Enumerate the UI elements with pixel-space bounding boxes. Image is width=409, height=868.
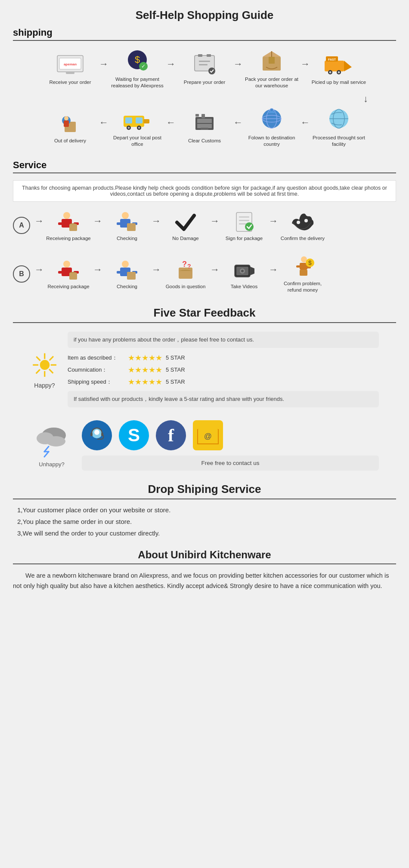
- sa-arrow-1: →: [93, 215, 102, 235]
- service-b-receive-label: Receiving package: [47, 283, 89, 290]
- service-header: Service: [13, 160, 396, 173]
- svg-point-28: [64, 116, 68, 120]
- main-title: Self-Help Shopping Guide: [13, 9, 396, 22]
- feedback-title: Five Star Feedback: [13, 306, 396, 323]
- customs-icon: [189, 109, 220, 135]
- depart-label: Depart your local post office: [109, 135, 165, 148]
- svg-point-66: [245, 222, 254, 231]
- drop-item-2: 2,You place the same order in our store.: [17, 518, 392, 525]
- svg-point-68: [304, 219, 308, 222]
- svg-point-96: [46, 436, 65, 446]
- rating-label-2: Coumnication：: [68, 366, 128, 374]
- svg-rect-73: [69, 273, 77, 280]
- pack-icon: [257, 48, 287, 74]
- service-a-nodamage-icon: [174, 209, 197, 235]
- unhappy-label: Unhappy?: [30, 461, 73, 468]
- svg-text:@: @: [204, 432, 212, 440]
- service-b-video: Take Videos: [220, 258, 268, 290]
- processed-icon: [324, 106, 354, 132]
- svg-rect-12: [199, 64, 208, 65]
- svg-rect-65: [239, 223, 247, 225]
- svg-rect-41: [201, 114, 205, 118]
- service-a-check: Checking: [103, 209, 151, 242]
- service-b-receive: Receiving package: [45, 258, 92, 290]
- feedback-happy-row: ☀ Happy? if you have any problems about …: [13, 332, 396, 407]
- svg-rect-78: [127, 272, 136, 280]
- sb-arrow-3: →: [210, 264, 220, 284]
- circle-b: B: [13, 265, 30, 283]
- svg-point-57: [122, 212, 129, 219]
- sa-arrow-3: →: [210, 215, 220, 235]
- flow-item-depart: Depart your local post office: [109, 106, 165, 148]
- star-count-2: 5 STAR: [166, 366, 185, 373]
- service-b-refund-label: Confirm problem, refund money: [279, 280, 326, 293]
- service-row-a: A → Receiveing package →: [13, 209, 396, 242]
- svg-rect-63: [239, 216, 249, 218]
- flow-item-out-delivery: Out of delivery: [42, 109, 98, 144]
- svg-rect-61: [127, 223, 136, 231]
- cloud-lightning-icon: [30, 423, 73, 459]
- svg-rect-43: [201, 128, 208, 130]
- svg-text:FAST: FAST: [328, 58, 336, 61]
- svg-text:$: $: [135, 54, 140, 65]
- payment-label: Waiting for payment realeased by Aliexpr…: [109, 76, 165, 89]
- flow-item-processed: Processed throught sort facility: [311, 106, 367, 148]
- svg-rect-42: [195, 114, 199, 117]
- service-b-check-icon: [116, 258, 138, 283]
- drop-item-3: 3,We will send the order to your custome…: [17, 529, 392, 537]
- happy-icon-container: ☀ Happy?: [30, 350, 59, 389]
- sb-arrow-1: →: [93, 264, 102, 284]
- service-b-question-icon: ? ?: [174, 258, 197, 283]
- svg-rect-76: [117, 271, 122, 274]
- svg-rect-89: [296, 265, 301, 268]
- shipping-header: shipping: [13, 27, 396, 41]
- destination-label: Folown to destination country: [244, 135, 300, 148]
- svg-rect-32: [136, 117, 143, 123]
- service-a-receive-icon: [57, 209, 80, 235]
- drop-shipping-section: Drop Shiping Service 1,Your customer pla…: [13, 483, 396, 537]
- out-delivery-icon: [55, 109, 85, 135]
- sa-arrow-2: →: [152, 215, 161, 235]
- arrow-down: ↓: [13, 93, 396, 105]
- service-a-sign: Sign for package: [220, 209, 268, 242]
- service-b-refund-icon: $: [290, 255, 315, 280]
- sun-icon: ☀: [30, 350, 59, 382]
- rating-label-1: Item as described：: [68, 354, 128, 362]
- skype-icon: S: [119, 420, 149, 450]
- flow-item-destination: Folown to destination country: [244, 106, 300, 148]
- service-a-check-label: Checking: [117, 235, 137, 242]
- svg-text:apeman: apeman: [64, 62, 77, 66]
- feedback-unhappy-row: Unhappy?: [13, 420, 396, 471]
- arrow-4: →: [301, 58, 310, 78]
- flow-item-prepare: Prepare your order: [177, 51, 232, 86]
- pickup-label: Picied up by mail service: [312, 79, 366, 86]
- svg-rect-91: [300, 270, 307, 276]
- svg-text:?: ?: [187, 263, 191, 270]
- svg-point-69: [63, 261, 70, 268]
- svg-point-34: [128, 127, 130, 129]
- svg-rect-102: [90, 433, 93, 436]
- svg-rect-71: [58, 271, 63, 274]
- svg-rect-54: [58, 222, 63, 225]
- service-note: Thanks for choosing apeman products.Plea…: [13, 180, 396, 202]
- sa-arrow-0: →: [34, 215, 44, 235]
- service-a-nodamage-label: No Damage: [172, 235, 198, 242]
- service-a-sign-label: Sign for package: [226, 235, 263, 242]
- star-count-3: 5 STAR: [166, 379, 185, 385]
- svg-marker-19: [344, 61, 352, 71]
- service-a-sign-icon: [233, 209, 255, 235]
- rating-row-3: Shipping speed： ★★★★★ 5 STAR: [68, 377, 379, 387]
- drop-item-1: 1,Your customer place order on your webs…: [17, 506, 392, 514]
- service-b-question-label: Goods in question: [166, 283, 206, 290]
- svg-rect-9: [198, 54, 202, 57]
- arrow-7: ←: [233, 117, 243, 137]
- contact-icons-row: S f @: [82, 420, 379, 450]
- sb-arrow-2: →: [152, 264, 161, 284]
- svg-rect-3: [66, 72, 74, 74]
- email-icon: @: [193, 420, 223, 450]
- service-b-video-label: Take Videos: [231, 283, 257, 290]
- service-a-receive-label: Receiveing package: [46, 235, 91, 242]
- drop-shipping-title: Drop Shiping Service: [13, 483, 396, 499]
- payment-icon: $ ✓: [122, 48, 152, 74]
- rating-row-2: Coumnication： ★★★★★ 5 STAR: [68, 365, 379, 375]
